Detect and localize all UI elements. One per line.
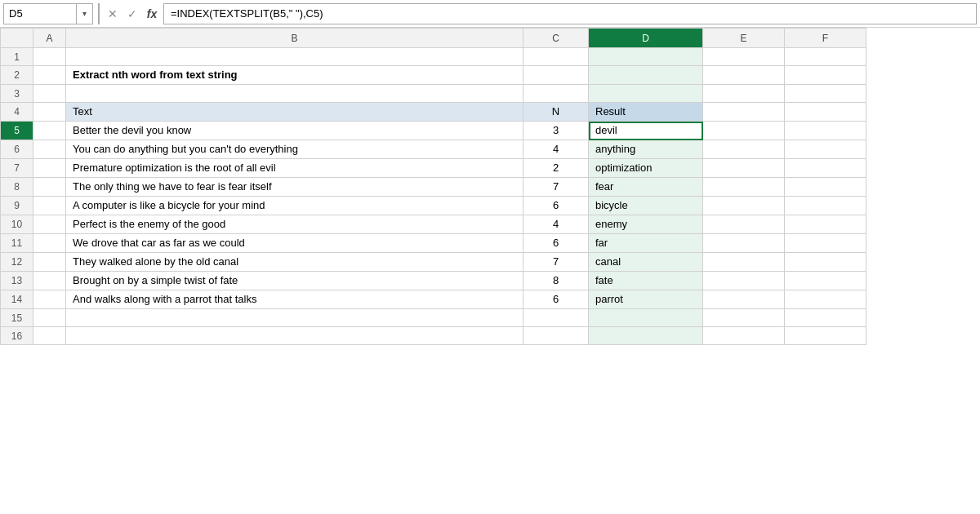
cell-d12[interactable]: canal (589, 253, 703, 272)
cell-d13[interactable]: fate (589, 272, 703, 290)
cell-b3[interactable] (66, 85, 523, 103)
cell-a7[interactable] (33, 159, 66, 178)
cell-a1[interactable] (33, 48, 66, 66)
cell-c10[interactable]: 4 (523, 215, 589, 234)
cell-e13[interactable] (703, 272, 785, 290)
col-header-b[interactable]: B (66, 29, 523, 48)
cell-d9[interactable]: bicycle (589, 197, 703, 215)
cell-a14[interactable] (33, 290, 66, 309)
cell-e7[interactable] (703, 159, 785, 178)
cell-b11[interactable]: We drove that car as far as we could (66, 234, 523, 253)
function-icon[interactable]: fx (144, 7, 160, 20)
cell-d1[interactable] (589, 48, 703, 66)
cell-c6[interactable]: 4 (523, 140, 589, 159)
cell-e5[interactable] (703, 122, 785, 140)
cell-a16[interactable] (33, 327, 66, 345)
cell-b15[interactable] (66, 309, 523, 327)
cell-f16[interactable] (785, 327, 866, 345)
cell-f2[interactable] (785, 66, 866, 85)
cell-d4[interactable]: Result (589, 103, 703, 122)
cell-a2[interactable] (33, 66, 66, 85)
cell-reference-box[interactable]: D5 (3, 3, 77, 24)
cell-f7[interactable] (785, 159, 866, 178)
cell-c8[interactable]: 7 (523, 178, 589, 197)
cell-c13[interactable]: 8 (523, 272, 589, 290)
cell-c7[interactable]: 2 (523, 159, 589, 178)
cell-e4[interactable] (703, 103, 785, 122)
cell-d6[interactable]: anything (589, 140, 703, 159)
cell-b14[interactable]: And walks along with a parrot that talks (66, 290, 523, 309)
col-header-c[interactable]: C (523, 29, 589, 48)
col-header-a[interactable]: A (33, 29, 66, 48)
cell-f13[interactable] (785, 272, 866, 290)
cell-d3[interactable] (589, 85, 703, 103)
cell-f8[interactable] (785, 178, 866, 197)
cell-b9[interactable]: A computer is like a bicycle for your mi… (66, 197, 523, 215)
col-header-d[interactable]: D (589, 29, 703, 48)
cell-d11[interactable]: far (589, 234, 703, 253)
cell-a11[interactable] (33, 234, 66, 253)
cell-a6[interactable] (33, 140, 66, 159)
cell-f15[interactable] (785, 309, 866, 327)
cell-f10[interactable] (785, 215, 866, 234)
cell-e3[interactable] (703, 85, 785, 103)
cell-b2[interactable]: Extract nth word from text string (66, 66, 523, 85)
cell-c14[interactable]: 6 (523, 290, 589, 309)
cell-ref-chevron[interactable]: ▾ (77, 3, 93, 24)
cell-a10[interactable] (33, 215, 66, 234)
cell-e9[interactable] (703, 197, 785, 215)
cell-d5[interactable]: devil (589, 122, 703, 140)
cell-c9[interactable]: 6 (523, 197, 589, 215)
cell-d2[interactable] (589, 66, 703, 85)
cell-d10[interactable]: enemy (589, 215, 703, 234)
cell-e1[interactable] (703, 48, 785, 66)
cell-c3[interactable] (523, 85, 589, 103)
cell-a3[interactable] (33, 85, 66, 103)
cell-d16[interactable] (589, 327, 703, 345)
cell-b16[interactable] (66, 327, 523, 345)
cell-e15[interactable] (703, 309, 785, 327)
cell-e6[interactable] (703, 140, 785, 159)
cell-d7[interactable]: optimization (589, 159, 703, 178)
formula-input[interactable] (163, 3, 977, 24)
cell-c5[interactable]: 3 (523, 122, 589, 140)
cell-b7[interactable]: Premature optimization is the root of al… (66, 159, 523, 178)
cell-f11[interactable] (785, 234, 866, 253)
cell-b1[interactable] (66, 48, 523, 66)
col-header-f[interactable]: F (785, 29, 866, 48)
cell-a5[interactable] (33, 122, 66, 140)
cell-f14[interactable] (785, 290, 866, 309)
cell-d15[interactable] (589, 309, 703, 327)
cell-a8[interactable] (33, 178, 66, 197)
cell-e2[interactable] (703, 66, 785, 85)
cell-b10[interactable]: Perfect is the enemy of the good (66, 215, 523, 234)
col-header-e[interactable]: E (703, 29, 785, 48)
cell-c4[interactable]: N (523, 103, 589, 122)
confirm-icon[interactable]: ✓ (124, 7, 140, 20)
cell-b13[interactable]: Brought on by a simple twist of fate (66, 272, 523, 290)
cell-a13[interactable] (33, 272, 66, 290)
cell-d14[interactable]: parrot (589, 290, 703, 309)
cell-b4[interactable]: Text (66, 103, 523, 122)
cell-a12[interactable] (33, 253, 66, 272)
cell-f9[interactable] (785, 197, 866, 215)
cell-c11[interactable]: 6 (523, 234, 589, 253)
cell-a9[interactable] (33, 197, 66, 215)
cell-f12[interactable] (785, 253, 866, 272)
cell-e16[interactable] (703, 327, 785, 345)
cell-e11[interactable] (703, 234, 785, 253)
cell-c16[interactable] (523, 327, 589, 345)
cell-e10[interactable] (703, 215, 785, 234)
cell-f3[interactable] (785, 85, 866, 103)
cell-f5[interactable] (785, 122, 866, 140)
cell-c12[interactable]: 7 (523, 253, 589, 272)
cell-c15[interactable] (523, 309, 589, 327)
cell-b12[interactable]: They walked alone by the old canal (66, 253, 523, 272)
cell-f1[interactable] (785, 48, 866, 66)
cell-b6[interactable]: You can do anything but you can't do eve… (66, 140, 523, 159)
cancel-icon[interactable]: ✕ (105, 7, 121, 20)
cell-b8[interactable]: The only thing we have to fear is fear i… (66, 178, 523, 197)
cell-a15[interactable] (33, 309, 66, 327)
cell-e14[interactable] (703, 290, 785, 309)
cell-f4[interactable] (785, 103, 866, 122)
